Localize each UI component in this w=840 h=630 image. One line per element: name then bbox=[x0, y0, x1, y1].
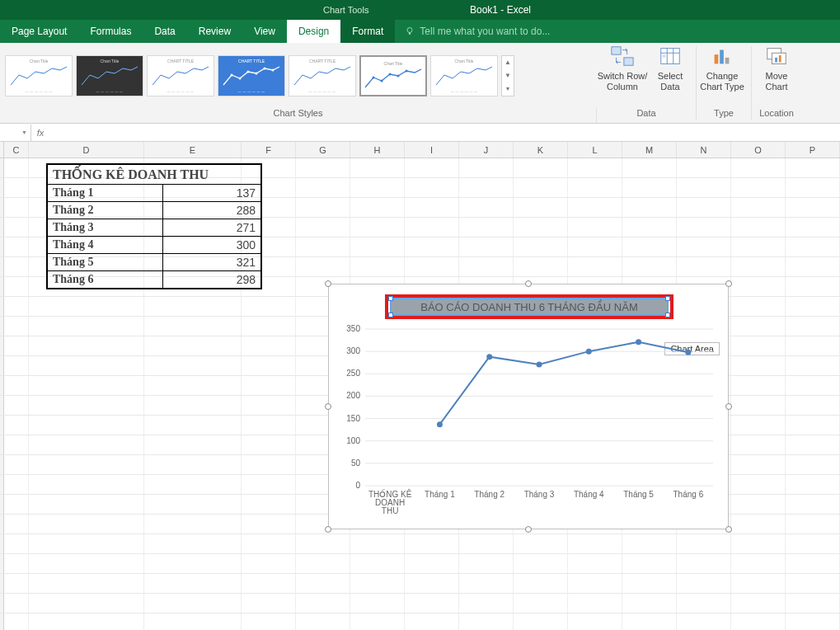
cell[interactable]: Tháng 1 bbox=[48, 185, 163, 201]
svg-text:100: 100 bbox=[346, 436, 360, 445]
cell[interactable]: 300 bbox=[163, 237, 260, 253]
table-row: Tháng 5321 bbox=[48, 254, 260, 271]
table-row: Tháng 6298 bbox=[48, 271, 260, 288]
cell[interactable]: 298 bbox=[163, 271, 260, 288]
chart-plot-area[interactable]: 050100150200250300350THỐNG KÊDOANHTHUThá… bbox=[337, 324, 721, 522]
resize-handle[interactable] bbox=[525, 526, 532, 533]
svg-point-45 bbox=[537, 361, 542, 367]
resize-handle[interactable] bbox=[725, 280, 732, 287]
tab-page-layout[interactable]: Page Layout bbox=[0, 20, 78, 43]
select-data-button[interactable]: Select Data bbox=[648, 43, 692, 108]
change-chart-type-button[interactable]: Change Chart Type bbox=[697, 43, 748, 108]
chart-styles-expand[interactable]: ▲ ▼ ▾ bbox=[501, 55, 514, 96]
chart-style-1[interactable]: Chart Title — — — — — — bbox=[5, 55, 73, 96]
cell[interactable]: Tháng 2 bbox=[48, 202, 163, 219]
scroll-up-icon[interactable]: ▲ bbox=[502, 56, 514, 69]
chart-title-editor[interactable]: BÁO CÁO DOANH THU 6 THÁNG ĐẦU NĂM bbox=[391, 299, 668, 315]
resize-handle[interactable] bbox=[525, 280, 532, 287]
tab-review[interactable]: Review bbox=[187, 20, 242, 43]
col-header[interactable]: L bbox=[568, 142, 622, 158]
col-header[interactable]: G bbox=[296, 142, 350, 158]
svg-point-4 bbox=[247, 70, 250, 73]
chart-tools-label: Chart Tools bbox=[313, 5, 378, 15]
col-header[interactable]: N bbox=[677, 142, 731, 158]
chart-title-text: BÁO CÁO DOANH THU 6 THÁNG ĐẦU NĂM bbox=[420, 301, 638, 313]
switch-row-column-button[interactable]: Switch Row/ Column bbox=[597, 43, 648, 108]
col-header[interactable]: P bbox=[786, 142, 840, 158]
svg-point-43 bbox=[437, 421, 443, 427]
col-header[interactable]: K bbox=[514, 142, 568, 158]
group-location-label: Location bbox=[752, 108, 801, 123]
col-header[interactable]: I bbox=[405, 142, 459, 158]
cell[interactable]: 271 bbox=[163, 219, 260, 236]
tab-data[interactable]: Data bbox=[143, 20, 186, 43]
tab-view[interactable]: View bbox=[242, 20, 287, 43]
resize-handle[interactable] bbox=[325, 280, 331, 287]
cell[interactable]: Tháng 5 bbox=[48, 254, 163, 270]
select-data-label: Select Data bbox=[658, 71, 683, 92]
dropdown-icon[interactable]: ▾ bbox=[502, 82, 514, 96]
tab-format[interactable]: Format bbox=[340, 20, 395, 43]
svg-rect-22 bbox=[725, 58, 730, 64]
tell-me-search[interactable]: Tell me what you want to do... bbox=[395, 20, 550, 43]
svg-rect-14 bbox=[624, 58, 633, 65]
cell[interactable]: Tháng 6 bbox=[48, 271, 163, 288]
cell[interactable]: Tháng 4 bbox=[48, 237, 163, 253]
chart-style-3[interactable]: CHART TITLE — — — — — — bbox=[147, 55, 214, 96]
chart-style-4[interactable]: CHART TITLE — — — — — — bbox=[218, 55, 285, 96]
tell-me-placeholder: Tell me what you want to do... bbox=[420, 26, 550, 37]
name-box[interactable]: ▼ bbox=[0, 125, 31, 141]
svg-text:Tháng 2: Tháng 2 bbox=[474, 490, 504, 499]
svg-rect-21 bbox=[720, 50, 724, 64]
svg-text:300: 300 bbox=[346, 346, 360, 355]
move-chart-label: Move Chart bbox=[766, 71, 788, 92]
tab-design[interactable]: Design bbox=[287, 20, 340, 43]
resize-handle[interactable] bbox=[725, 403, 732, 410]
title-bar: Chart Tools Book1 - Excel bbox=[0, 0, 840, 20]
col-header[interactable]: F bbox=[242, 142, 296, 158]
svg-point-9 bbox=[381, 79, 383, 82]
chart-style-2[interactable]: Chart Title — — — — — — bbox=[76, 55, 143, 96]
resize-handle[interactable] bbox=[325, 403, 331, 410]
lightbulb-icon bbox=[405, 26, 415, 36]
data-table-title: THỐNG KÊ DOANH THU bbox=[48, 165, 260, 185]
ribbon-tab-bar: Page Layout Formulas Data Review View De… bbox=[0, 20, 840, 43]
col-header[interactable]: H bbox=[350, 142, 405, 158]
data-table: THỐNG KÊ DOANH THU Tháng 1137 Tháng 2288… bbox=[46, 163, 262, 289]
tab-formulas[interactable]: Formulas bbox=[78, 20, 143, 43]
col-header[interactable]: O bbox=[731, 142, 786, 158]
chart-style-6[interactable]: Chart Title bbox=[359, 55, 427, 96]
chart-style-5[interactable]: CHART TITLE — — — — — — bbox=[289, 55, 356, 96]
chart-style-7[interactable]: Chart Title — — — — — — bbox=[430, 55, 498, 96]
svg-point-46 bbox=[586, 349, 592, 355]
scroll-down-icon[interactable]: ▼ bbox=[502, 69, 514, 82]
svg-point-5 bbox=[256, 72, 258, 74]
spreadsheet-grid[interactable]: C D E F G H I J K L M N O P /* rows rend… bbox=[0, 142, 840, 630]
cell[interactable]: 137 bbox=[163, 185, 260, 201]
col-header[interactable]: C bbox=[4, 142, 29, 158]
svg-rect-26 bbox=[779, 55, 781, 62]
svg-text:200: 200 bbox=[346, 391, 360, 400]
formula-input[interactable] bbox=[49, 125, 840, 141]
col-header[interactable]: J bbox=[459, 142, 514, 158]
svg-point-47 bbox=[636, 339, 641, 345]
resize-handle[interactable] bbox=[325, 526, 331, 533]
line-chart-svg: 050100150200250300350THỐNG KÊDOANHTHUThá… bbox=[337, 324, 721, 522]
col-header[interactable]: E bbox=[144, 142, 242, 158]
select-data-icon bbox=[657, 43, 683, 69]
svg-rect-13 bbox=[612, 47, 621, 54]
svg-text:0: 0 bbox=[355, 481, 360, 490]
cell[interactable]: 288 bbox=[163, 202, 260, 219]
col-header[interactable]: M bbox=[622, 142, 677, 158]
cell[interactable]: Tháng 3 bbox=[48, 219, 163, 236]
col-header[interactable]: D bbox=[29, 142, 144, 158]
resize-handle[interactable] bbox=[725, 526, 732, 533]
svg-point-7 bbox=[272, 68, 275, 71]
table-row: Tháng 2288 bbox=[48, 202, 260, 219]
svg-point-8 bbox=[373, 76, 375, 78]
embedded-chart[interactable]: BÁO CÁO DOANH THU 6 THÁNG ĐẦU NĂM Chart … bbox=[328, 284, 729, 529]
move-chart-button[interactable]: Move Chart bbox=[752, 43, 801, 108]
table-row: Tháng 4300 bbox=[48, 237, 260, 254]
column-headers: C D E F G H I J K L M N O P bbox=[0, 142, 840, 158]
cell[interactable]: 321 bbox=[163, 254, 260, 270]
